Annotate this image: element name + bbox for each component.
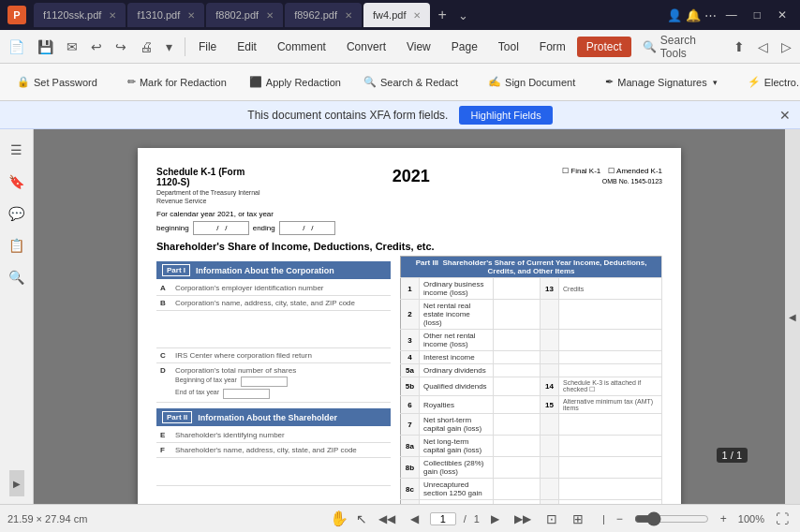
- part3-header-row: Part III Shareholder's Share of Current …: [401, 257, 662, 278]
- minimize-button[interactable]: —: [720, 7, 743, 23]
- page-badge: 1 / 1: [717, 448, 748, 463]
- toolbar: 🔒 Set Password ✏ Mark for Redaction ⬛ Ap…: [0, 64, 800, 101]
- mark-redaction-label: Mark for Redaction: [140, 77, 227, 88]
- zoom-out-button[interactable]: −: [613, 510, 627, 527]
- sidebar-search-icon[interactable]: 🔍: [4, 264, 30, 290]
- row-id: F: [156, 443, 171, 458]
- tab-close-icon[interactable]: ✕: [413, 10, 421, 21]
- last-page-button[interactable]: ▶▶: [511, 510, 535, 527]
- tab-close-icon[interactable]: ✕: [266, 10, 274, 21]
- menu-protect[interactable]: Protect: [577, 37, 631, 57]
- hand-cursor-icon[interactable]: ✋: [330, 510, 348, 527]
- file-icon[interactable]: 📄: [4, 37, 29, 57]
- tab-close-icon[interactable]: ✕: [187, 10, 195, 21]
- mark-redaction-button[interactable]: ✏ Mark for Redaction: [118, 72, 236, 92]
- tab-f8802[interactable]: f8802.pdf ✕: [206, 3, 283, 27]
- sign-document-label: Sign Document: [505, 77, 575, 88]
- form-meta-block: ☐ Final K-1 ☐ Amended K-1 OMB No. 1545-0…: [562, 167, 662, 185]
- arrow-cursor-icon[interactable]: ↖: [356, 511, 367, 526]
- sidebar-menu-icon[interactable]: ☰: [4, 137, 30, 163]
- part3-header-cell: Part III Shareholder's Share of Current …: [401, 257, 662, 278]
- back-icon[interactable]: ◁: [753, 37, 773, 57]
- part3-table: Part III Shareholder's Share of Current …: [400, 256, 662, 504]
- tab-fw4[interactable]: fw4.pdf ✕: [363, 3, 430, 27]
- pdf-page: Schedule K-1 (Form 1120-S) Department of…: [138, 148, 681, 504]
- menu-convert[interactable]: Convert: [337, 37, 395, 57]
- print-icon[interactable]: 🖨: [135, 37, 157, 57]
- search-redact-button[interactable]: 🔍 Search & Redact: [354, 72, 467, 92]
- table-row: [156, 458, 391, 486]
- apply-redaction-button[interactable]: ⬛ Apply Redaction: [240, 72, 350, 92]
- manage-signatures-button[interactable]: ✒ Manage Signatures: [596, 72, 726, 92]
- menu-view[interactable]: View: [397, 37, 440, 57]
- form-year: 2021: [393, 167, 430, 186]
- new-tab-button[interactable]: +: [432, 7, 452, 23]
- electro-button[interactable]: ⚡ Electro...: [738, 72, 800, 92]
- forward-icon[interactable]: ▷: [777, 37, 796, 57]
- row-desc: Shareholder's name, address, city, state…: [171, 443, 391, 458]
- menu-page[interactable]: Page: [442, 37, 487, 57]
- restore-button[interactable]: □: [748, 7, 766, 23]
- sign-document-button[interactable]: ✍ Sign Document: [479, 72, 585, 92]
- tab-bar: f1120ssk.pdf ✕ f1310.pdf ✕ f8802.pdf ✕ f…: [34, 3, 656, 27]
- page-number-input[interactable]: [430, 512, 456, 525]
- search-icon: 🔍: [643, 40, 657, 53]
- menu-tool[interactable]: Tool: [489, 37, 528, 57]
- main-area: ☰ 🔖 💬 📋 🔍 ▶ Schedule K-1 (Form 1120-S) D…: [0, 129, 800, 504]
- right-sidebar-handle[interactable]: ◀: [785, 129, 800, 504]
- email-icon[interactable]: ✉: [62, 37, 82, 57]
- signatures-icon: ✒: [605, 76, 614, 88]
- highlight-fields-button[interactable]: Highlight Fields: [459, 106, 552, 125]
- first-page-button[interactable]: ◀◀: [375, 510, 399, 527]
- row-id: D: [156, 363, 171, 403]
- date-row: beginning / / ending / /: [156, 221, 662, 235]
- zoom-in-button[interactable]: +: [717, 510, 731, 527]
- tab-f1120[interactable]: f1120ssk.pdf ✕: [34, 3, 126, 27]
- sidebar-comment-icon[interactable]: 💬: [4, 200, 30, 227]
- menu-edit[interactable]: Edit: [228, 37, 266, 57]
- next-page-button[interactable]: ▶: [487, 510, 503, 527]
- menu-file[interactable]: File: [189, 37, 226, 57]
- two-column-layout: Part I Information About the Corporation…: [156, 256, 662, 504]
- menu-form[interactable]: Form: [530, 37, 575, 57]
- set-password-label: Set Password: [34, 77, 97, 88]
- pdf-viewer[interactable]: Schedule K-1 (Form 1120-S) Department of…: [34, 129, 785, 504]
- more-icon[interactable]: ⋯: [704, 8, 717, 22]
- share-icon[interactable]: ⬆: [729, 37, 749, 57]
- final-k1-label: Final K-1: [570, 167, 600, 175]
- save-icon[interactable]: 💾: [33, 37, 58, 57]
- menu-comment[interactable]: Comment: [268, 37, 335, 57]
- sidebar-bookmark-icon[interactable]: 🔖: [4, 169, 30, 195]
- sidebar-pages-icon[interactable]: 📋: [4, 232, 30, 259]
- tab-overflow-icon[interactable]: ⌄: [458, 8, 468, 22]
- tab-f1310[interactable]: f1310.pdf ✕: [127, 3, 204, 27]
- part2-table: E Shareholder's identifying number F Sha…: [156, 428, 391, 486]
- tab-close-icon[interactable]: ✕: [109, 10, 116, 21]
- close-button[interactable]: ✕: [772, 7, 793, 23]
- prev-page-button[interactable]: ◀: [407, 510, 422, 527]
- table-row: 7 Net short-term capital gain (loss): [401, 414, 662, 436]
- set-password-button[interactable]: 🔒 Set Password: [7, 72, 107, 92]
- dropdown-icon[interactable]: ▾: [161, 37, 177, 57]
- fit-page-button[interactable]: ⊡: [542, 510, 561, 528]
- notification-icon[interactable]: 🔔: [686, 8, 701, 22]
- undo-icon[interactable]: ↩: [86, 37, 107, 57]
- redo-icon[interactable]: ↪: [111, 37, 131, 57]
- tab-close-icon[interactable]: ✕: [345, 10, 352, 21]
- fit-width-button[interactable]: ⊞: [569, 510, 587, 528]
- tax-year-row: For calendar year 2021, or tax year: [156, 210, 662, 218]
- fullscreen-button[interactable]: ⛶: [772, 510, 793, 528]
- user-icon[interactable]: 👤: [667, 8, 682, 22]
- tab-f8962[interactable]: f8962.pdf ✕: [285, 3, 362, 27]
- table-row: E Shareholder's identifying number: [156, 428, 391, 443]
- row-id: A: [156, 281, 171, 296]
- zoom-slider[interactable]: [634, 511, 709, 526]
- manage-signatures-label: Manage Signatures: [617, 77, 706, 88]
- table-row: 5a Ordinary dividends: [401, 364, 662, 377]
- xfa-close-button[interactable]: ✕: [779, 108, 791, 123]
- table-row: 8c Unrecaptured section 1250 gain: [401, 479, 662, 500]
- sidebar-collapse-button[interactable]: ▶: [9, 470, 24, 496]
- page-separator: /: [464, 513, 467, 525]
- left-column: Part I Information About the Corporation…: [156, 256, 391, 504]
- search-tools-btn[interactable]: 🔍 Search Tools: [633, 30, 727, 64]
